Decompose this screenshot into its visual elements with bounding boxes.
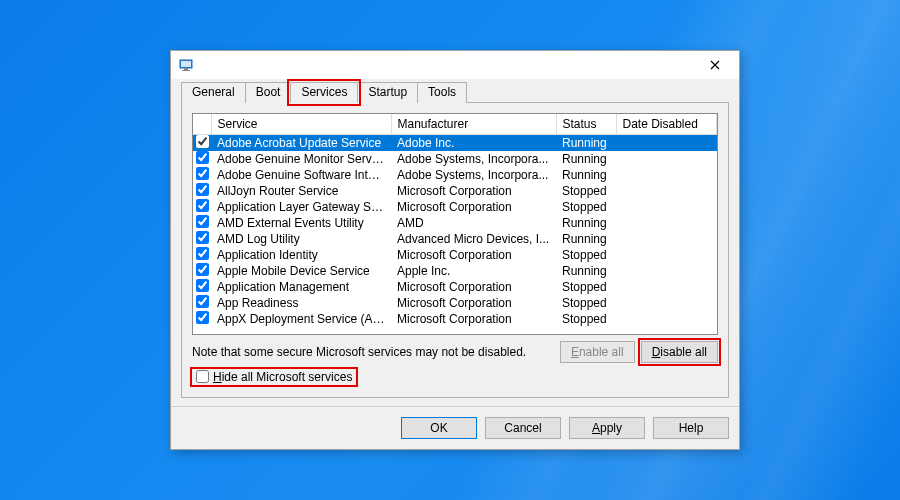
cell-status: Running (556, 231, 616, 247)
cell-manufacturer: Microsoft Corporation (391, 279, 556, 295)
cell-status: Stopped (556, 311, 616, 327)
cell-date-disabled (616, 311, 717, 327)
cell-manufacturer: Microsoft Corporation (391, 183, 556, 199)
tab-startup[interactable]: Startup (357, 82, 418, 103)
table-row[interactable]: Application IdentityMicrosoft Corporatio… (193, 247, 717, 263)
help-button[interactable]: Help (653, 417, 729, 439)
services-panel: Service Manufacturer Status Date Disable… (181, 103, 729, 398)
table-row[interactable]: Application ManagementMicrosoft Corporat… (193, 279, 717, 295)
tab-tools[interactable]: Tools (417, 82, 467, 103)
cell-date-disabled (616, 295, 717, 311)
column-date-disabled[interactable]: Date Disabled (616, 114, 717, 135)
row-checkbox[interactable] (196, 151, 209, 164)
table-row[interactable]: AMD Log UtilityAdvanced Micro Devices, I… (193, 231, 717, 247)
cell-service: App Readiness (211, 295, 391, 311)
apply-button[interactable]: Apply (569, 417, 645, 439)
row-checkbox[interactable] (196, 231, 209, 244)
row-checkbox[interactable] (196, 279, 209, 292)
cell-service: AMD Log Utility (211, 231, 391, 247)
cell-date-disabled (616, 231, 717, 247)
cell-status: Stopped (556, 199, 616, 215)
cell-service: Application Identity (211, 247, 391, 263)
cell-manufacturer: Apple Inc. (391, 263, 556, 279)
row-checkbox[interactable] (196, 135, 209, 148)
disable-all-button[interactable]: Disable all (641, 341, 718, 363)
column-manufacturer[interactable]: Manufacturer (391, 114, 556, 135)
cell-date-disabled (616, 215, 717, 231)
table-row[interactable]: Adobe Acrobat Update ServiceAdobe Inc.Ru… (193, 135, 717, 152)
row-checkbox[interactable] (196, 263, 209, 276)
cell-status: Stopped (556, 295, 616, 311)
cell-manufacturer: Adobe Inc. (391, 135, 556, 152)
cell-manufacturer: Advanced Micro Devices, I... (391, 231, 556, 247)
cell-service: Adobe Genuine Monitor Service (211, 151, 391, 167)
svg-rect-2 (184, 68, 188, 70)
cell-service: Application Management (211, 279, 391, 295)
cell-date-disabled (616, 279, 717, 295)
cell-status: Running (556, 151, 616, 167)
cell-manufacturer: Microsoft Corporation (391, 311, 556, 327)
cell-service: AppX Deployment Service (AppX... (211, 311, 391, 327)
row-checkbox[interactable] (196, 215, 209, 228)
cell-service: AllJoyn Router Service (211, 183, 391, 199)
hide-microsoft-label[interactable]: Hide all Microsoft services (192, 369, 356, 385)
dialog-body: General Boot Services Startup Tools Serv… (171, 79, 739, 406)
enable-all-button: Enable all (560, 341, 635, 363)
cell-status: Running (556, 215, 616, 231)
cell-date-disabled (616, 167, 717, 183)
column-status[interactable]: Status (556, 114, 616, 135)
note-row: Note that some secure Microsoft services… (192, 335, 718, 365)
table-row[interactable]: Adobe Genuine Monitor ServiceAdobe Syste… (193, 151, 717, 167)
services-list: Service Manufacturer Status Date Disable… (192, 113, 718, 335)
table-row[interactable]: AMD External Events UtilityAMDRunning (193, 215, 717, 231)
cell-date-disabled (616, 135, 717, 152)
cell-manufacturer: AMD (391, 215, 556, 231)
cell-status: Running (556, 263, 616, 279)
cancel-button[interactable]: Cancel (485, 417, 561, 439)
tab-general[interactable]: General (181, 82, 246, 103)
table-row[interactable]: AllJoyn Router ServiceMicrosoft Corporat… (193, 183, 717, 199)
system-icon (179, 57, 195, 73)
cell-manufacturer: Microsoft Corporation (391, 247, 556, 263)
note-text: Note that some secure Microsoft services… (192, 345, 526, 359)
cell-service: Apple Mobile Device Service (211, 263, 391, 279)
dialog-footer: OK Cancel Apply Help (171, 406, 739, 449)
cell-status: Stopped (556, 183, 616, 199)
row-checkbox[interactable] (196, 183, 209, 196)
hide-microsoft-row: Hide all Microsoft services (192, 365, 718, 392)
table-row[interactable]: Apple Mobile Device ServiceApple Inc.Run… (193, 263, 717, 279)
cell-date-disabled (616, 151, 717, 167)
msconfig-dialog: General Boot Services Startup Tools Serv… (170, 50, 740, 450)
cell-status: Running (556, 135, 616, 152)
cell-date-disabled (616, 199, 717, 215)
svg-rect-3 (182, 70, 190, 71)
cell-status: Running (556, 167, 616, 183)
cell-status: Stopped (556, 279, 616, 295)
hide-microsoft-checkbox[interactable] (196, 370, 209, 383)
table-row[interactable]: Adobe Genuine Software Integri...Adobe S… (193, 167, 717, 183)
cell-service: Application Layer Gateway Service (211, 199, 391, 215)
table-row[interactable]: App ReadinessMicrosoft CorporationStoppe… (193, 295, 717, 311)
cell-manufacturer: Microsoft Corporation (391, 199, 556, 215)
tab-services[interactable]: Services (290, 82, 358, 103)
cell-service: AMD External Events Utility (211, 215, 391, 231)
row-checkbox[interactable] (196, 295, 209, 308)
row-checkbox[interactable] (196, 199, 209, 212)
close-button[interactable] (695, 53, 735, 77)
column-service[interactable]: Service (211, 114, 391, 135)
row-checkbox[interactable] (196, 311, 209, 324)
services-scroll[interactable]: Service Manufacturer Status Date Disable… (193, 114, 717, 334)
cell-manufacturer: Adobe Systems, Incorpora... (391, 167, 556, 183)
tab-boot[interactable]: Boot (245, 82, 292, 103)
cell-manufacturer: Adobe Systems, Incorpora... (391, 151, 556, 167)
tab-strip: General Boot Services Startup Tools (181, 81, 729, 103)
cell-date-disabled (616, 183, 717, 199)
cell-date-disabled (616, 263, 717, 279)
titlebar (171, 51, 739, 79)
row-checkbox[interactable] (196, 167, 209, 180)
table-row[interactable]: Application Layer Gateway ServiceMicroso… (193, 199, 717, 215)
table-row[interactable]: AppX Deployment Service (AppX...Microsof… (193, 311, 717, 327)
ok-button[interactable]: OK (401, 417, 477, 439)
cell-service: Adobe Genuine Software Integri... (211, 167, 391, 183)
row-checkbox[interactable] (196, 247, 209, 260)
